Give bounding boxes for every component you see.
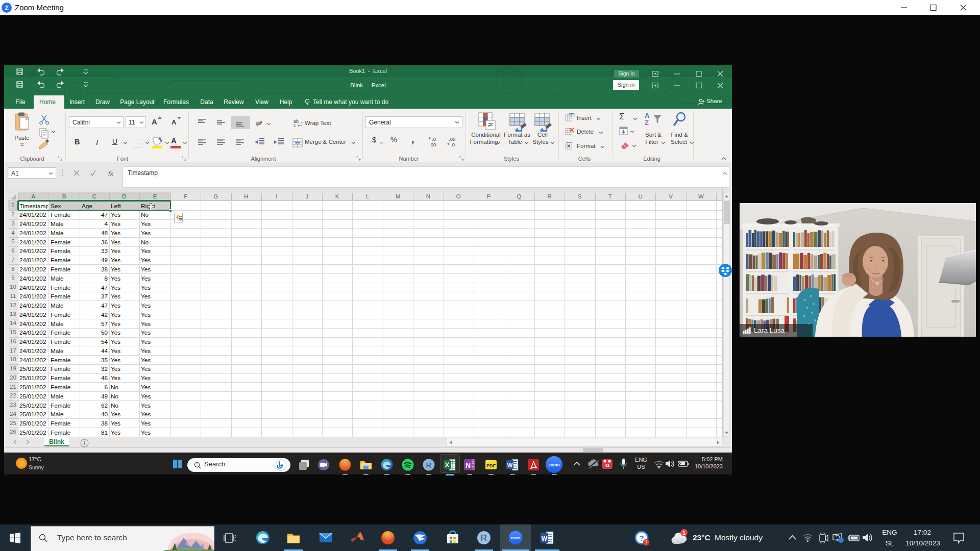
- svg-text:.00: .00: [449, 136, 455, 142]
- svg-text:W: W: [542, 535, 548, 542]
- svg-text:c: c: [293, 123, 296, 128]
- svg-text:R: R: [481, 533, 487, 543]
- svg-text:fx: fx: [108, 170, 114, 177]
- svg-text:ab: ab: [256, 121, 261, 126]
- svg-text:N: N: [465, 461, 471, 469]
- svg-text:zoom: zoom: [511, 536, 520, 540]
- svg-text:43: 43: [605, 463, 609, 468]
- svg-text:!: !: [645, 540, 647, 545]
- svg-text:A: A: [645, 112, 650, 119]
- svg-text:W: W: [507, 462, 513, 468]
- svg-text:.00: .00: [429, 142, 436, 147]
- svg-text:R: R: [426, 460, 432, 469]
- svg-text:.0: .0: [451, 142, 455, 147]
- svg-text:Z: Z: [645, 119, 649, 126]
- svg-text:.0: .0: [432, 136, 436, 142]
- svg-text:1: 1: [682, 530, 685, 536]
- svg-text:PDF: PDF: [486, 463, 496, 468]
- svg-text:zoom: zoom: [548, 462, 560, 467]
- svg-text:Z: Z: [5, 4, 9, 12]
